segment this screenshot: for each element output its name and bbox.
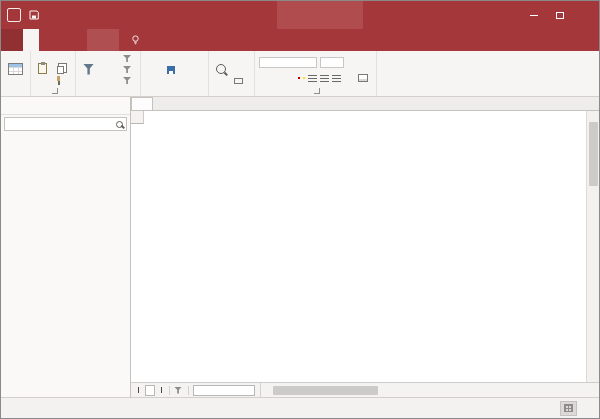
view-switcher	[560, 401, 595, 416]
tab-table[interactable]	[103, 29, 119, 51]
ribbon-tab-bar	[1, 29, 599, 51]
horizontal-scrollbar[interactable]	[260, 383, 599, 397]
datasheet-header	[131, 111, 586, 124]
select-button[interactable]	[232, 75, 250, 86]
ribbon-group-records	[141, 51, 209, 96]
h-scrollbar-thumb[interactable]	[273, 386, 378, 395]
new-record-ribbon-button[interactable]	[165, 53, 186, 64]
access-window	[0, 0, 600, 419]
highlight-color-button[interactable]	[303, 77, 305, 79]
selection-filter-icon	[123, 55, 131, 62]
font-color-button[interactable]	[298, 77, 300, 79]
context-ribbon-title	[277, 1, 363, 29]
spelling-button[interactable]	[189, 64, 204, 75]
save-icon[interactable]	[29, 10, 39, 20]
first-record-button[interactable]	[138, 387, 139, 393]
find-button[interactable]	[213, 53, 229, 86]
refresh-all-button[interactable]	[145, 53, 162, 86]
status-bar	[1, 397, 599, 418]
last-record-button[interactable]	[161, 387, 162, 393]
totals-button[interactable]	[189, 53, 204, 64]
document-area	[131, 97, 599, 397]
tab-home[interactable]	[23, 29, 39, 51]
tab-external-data[interactable]	[55, 29, 71, 51]
tab-database-tools[interactable]	[71, 29, 87, 51]
ascending-button[interactable]	[100, 53, 118, 64]
align-right-icon[interactable]	[332, 75, 341, 82]
datasheet-view-icon	[8, 63, 23, 75]
nav-search-box	[4, 117, 127, 131]
vertical-scrollbar[interactable]	[586, 111, 599, 382]
restore-button[interactable]	[547, 1, 573, 29]
ribbon	[1, 51, 599, 97]
tell-me-box[interactable]	[131, 29, 144, 51]
datasheet	[131, 111, 586, 382]
delete-record-button[interactable]	[165, 75, 186, 86]
dialog-launcher-icon[interactable]	[52, 88, 58, 94]
scrollbar-thumb[interactable]	[589, 122, 598, 186]
record-navigator	[131, 382, 599, 397]
save-record-icon	[167, 66, 175, 74]
search-icon	[116, 121, 123, 128]
titlebar	[1, 1, 599, 29]
ribbon-group-find	[209, 51, 255, 96]
copy-button[interactable]	[53, 64, 71, 75]
copy-icon	[57, 66, 64, 74]
selection-button[interactable]	[121, 53, 136, 64]
datasheet-grid-icon	[564, 404, 573, 412]
access-app-icon[interactable]	[7, 8, 21, 22]
ribbon-group-sort-filter	[76, 51, 141, 96]
datasheet-corner	[131, 111, 144, 124]
dialog-launcher-icon[interactable]	[314, 88, 320, 94]
close-document-icon[interactable]	[589, 97, 599, 110]
tab-fields[interactable]	[87, 29, 103, 51]
format-painter-icon	[55, 76, 63, 85]
remove-sort-button[interactable]	[100, 75, 118, 86]
record-position	[145, 385, 155, 396]
toggle-filter-button[interactable]	[121, 75, 136, 86]
save-record-button[interactable]	[165, 64, 186, 75]
lightbulb-icon	[131, 35, 140, 45]
align-center-icon[interactable]	[320, 75, 329, 82]
close-button[interactable]	[573, 1, 599, 29]
design-view-button[interactable]	[578, 401, 595, 416]
find-icon	[216, 64, 226, 74]
paste-icon	[38, 63, 47, 74]
font-size-select[interactable]	[320, 57, 344, 68]
ribbon-group-views	[1, 51, 31, 96]
goto-button[interactable]	[232, 64, 250, 75]
tab-file[interactable]	[1, 29, 23, 51]
format-painter-button[interactable]	[53, 75, 71, 86]
more-button[interactable]	[189, 75, 204, 86]
align-left-icon[interactable]	[308, 75, 317, 82]
background-color-icon[interactable]	[358, 74, 368, 82]
replace-button[interactable]	[232, 53, 250, 64]
select-icon	[234, 78, 243, 84]
nav-search-input[interactable]	[8, 120, 113, 129]
ribbon-group-text-formatting	[255, 51, 377, 96]
document-tab-bar	[131, 97, 599, 111]
datasheet-view-button[interactable]	[560, 401, 577, 416]
view-button[interactable]	[5, 53, 26, 86]
paste-button[interactable]	[35, 53, 50, 86]
advanced-filter-button[interactable]	[121, 64, 136, 75]
cut-button[interactable]	[53, 53, 71, 64]
filter-button[interactable]	[80, 53, 97, 86]
ribbon-group-clipboard	[31, 51, 76, 96]
minimize-button[interactable]	[521, 1, 547, 29]
filter-icon	[83, 64, 94, 75]
nav-pane-title[interactable]	[1, 97, 130, 115]
tab-create[interactable]	[39, 29, 55, 51]
font-name-select[interactable]	[259, 57, 317, 68]
document-tab-tblEmployees[interactable]	[131, 97, 153, 110]
record-search-input[interactable]	[193, 385, 255, 396]
navigation-pane	[1, 97, 131, 397]
descending-button[interactable]	[100, 64, 118, 75]
filter-status[interactable]	[174, 387, 184, 394]
advanced-filter-icon	[123, 66, 131, 73]
filter-status-icon	[174, 387, 182, 394]
toggle-filter-icon	[123, 77, 131, 84]
